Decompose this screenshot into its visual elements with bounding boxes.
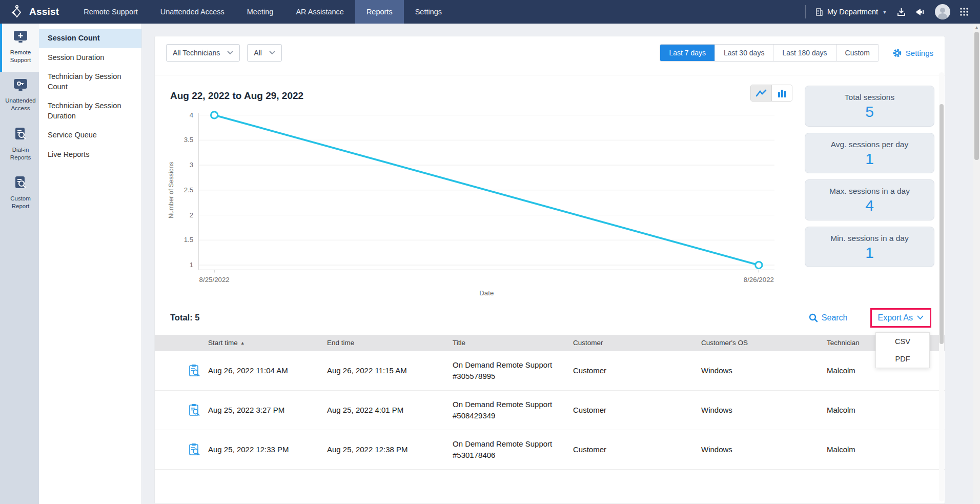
bar-chart-toggle-button[interactable] bbox=[771, 85, 792, 101]
stat-label: Total sessions bbox=[809, 93, 930, 102]
department-label: My Department bbox=[827, 8, 878, 16]
download-icon[interactable] bbox=[896, 7, 906, 17]
svg-text:Date: Date bbox=[479, 289, 494, 297]
rail-custom-report[interactable]: Custom Report bbox=[0, 169, 39, 218]
apps-grid-icon[interactable] bbox=[959, 7, 969, 16]
remote-support-icon bbox=[12, 30, 29, 44]
scope-filter-select[interactable]: All bbox=[247, 44, 282, 62]
main-content: All Technicians All Last 7 days Last 30 … bbox=[142, 24, 980, 504]
sidebar-item-live-reports[interactable]: Live Reports bbox=[39, 145, 141, 165]
stat-label: Avg. sessions per day bbox=[809, 140, 930, 149]
svg-text:1.5: 1.5 bbox=[184, 236, 194, 244]
table-total: Total: 5 bbox=[170, 313, 199, 322]
cell-start-time: Aug 25, 2022 3:27 PM bbox=[208, 405, 327, 416]
nav-reports[interactable]: Reports bbox=[355, 0, 404, 24]
user-avatar[interactable] bbox=[935, 4, 950, 19]
rail-label: Custom Report bbox=[4, 195, 37, 210]
chevron-down-icon bbox=[917, 315, 924, 320]
scroll-up-arrow-icon[interactable]: ▲ bbox=[973, 24, 980, 30]
table-header-row: Start time▲ End time Title Customer Cust… bbox=[155, 335, 945, 351]
line-chart-toggle-button[interactable] bbox=[751, 85, 771, 101]
topnav-divider bbox=[805, 5, 806, 18]
nav-meeting[interactable]: Meeting bbox=[236, 0, 285, 24]
session-report-icon bbox=[189, 443, 201, 456]
sidebar-item-session-count[interactable]: Session Count bbox=[39, 29, 141, 48]
rail-dial-in-reports[interactable]: Dial-in Reports bbox=[0, 120, 39, 169]
svg-text:1: 1 bbox=[190, 261, 193, 269]
cell-title: On Demand Remote Support #530178406 bbox=[453, 438, 573, 461]
table-search-button[interactable]: Search bbox=[809, 313, 848, 322]
panel-scrollbar[interactable] bbox=[939, 72, 944, 501]
svg-text:2.5: 2.5 bbox=[184, 186, 194, 194]
custom-report-icon bbox=[13, 175, 28, 190]
nav-settings[interactable]: Settings bbox=[404, 0, 453, 24]
svg-text:3: 3 bbox=[190, 161, 193, 169]
cell-technician: Malcolm bbox=[827, 405, 945, 416]
cell-customer: Customer bbox=[573, 405, 701, 416]
reports-sidebar: Session Count Session Duration Technicia… bbox=[39, 24, 142, 504]
stat-value: 1 bbox=[809, 150, 930, 168]
cell-title: On Demand Remote Support #508429349 bbox=[453, 399, 573, 421]
nav-unattended-access[interactable]: Unattended Access bbox=[149, 0, 236, 24]
stat-label: Max. sessions in a day bbox=[809, 187, 930, 196]
cell-start-time: Aug 26, 2022 11:04 AM bbox=[208, 365, 327, 376]
column-end-time[interactable]: End time bbox=[327, 339, 453, 347]
export-option-csv[interactable]: CSV bbox=[876, 333, 929, 350]
chevron-down-icon bbox=[227, 51, 233, 55]
session-count-chart: 11.522.533.548/25/20228/26/2022Number of… bbox=[166, 106, 795, 299]
report-settings-button[interactable]: Settings bbox=[892, 48, 933, 58]
dial-in-reports-icon bbox=[13, 127, 28, 141]
announcements-icon[interactable] bbox=[915, 7, 926, 17]
nav-remote-support[interactable]: Remote Support bbox=[72, 0, 149, 24]
range-last-30-days[interactable]: Last 30 days bbox=[715, 45, 773, 61]
nav-ar-assistance[interactable]: AR Assistance bbox=[284, 0, 355, 24]
column-start-time[interactable]: Start time▲ bbox=[208, 339, 327, 347]
range-custom[interactable]: Custom bbox=[836, 45, 879, 61]
cell-end-time: Aug 26, 2022 11:15 AM bbox=[327, 365, 453, 376]
export-as-button-highlighted[interactable]: Export As bbox=[870, 308, 931, 328]
sidebar-item-session-duration[interactable]: Session Duration bbox=[39, 48, 141, 68]
department-selector[interactable]: My Department ▼ bbox=[815, 8, 887, 16]
technician-filter-select[interactable]: All Technicians bbox=[166, 44, 240, 62]
range-last-180-days[interactable]: Last 180 days bbox=[773, 45, 836, 61]
sort-ascending-icon: ▲ bbox=[240, 340, 245, 346]
page-scrollbar-thumb[interactable] bbox=[974, 32, 979, 160]
search-icon bbox=[809, 313, 818, 322]
cell-title: On Demand Remote Support #305578995 bbox=[453, 359, 573, 382]
table-row[interactable]: Aug 25, 2022 3:27 PM Aug 25, 2022 4:01 P… bbox=[155, 391, 945, 430]
table-row[interactable]: Aug 26, 2022 11:04 AM Aug 26, 2022 11:15… bbox=[155, 351, 945, 391]
stat-total-sessions: Total sessions 5 bbox=[805, 86, 934, 127]
export-option-pdf[interactable]: PDF bbox=[876, 350, 929, 368]
stat-max-sessions-in-a-day: Max. sessions in a day 4 bbox=[805, 179, 934, 220]
stat-value: 4 bbox=[809, 197, 930, 215]
app-brand[interactable]: Assist bbox=[0, 0, 72, 24]
chart-date-range-title: Aug 22, 2022 to Aug 29, 2022 bbox=[166, 90, 303, 102]
column-title[interactable]: Title bbox=[453, 339, 573, 347]
cell-start-time: Aug 25, 2022 12:33 PM bbox=[208, 444, 327, 455]
sidebar-item-technician-by-session-count[interactable]: Technician by Session Count bbox=[39, 67, 141, 96]
table-row[interactable]: Aug 25, 2022 12:33 PM Aug 25, 2022 12:38… bbox=[155, 430, 945, 470]
rail-remote-support[interactable]: Remote Support bbox=[0, 24, 39, 72]
stat-min-sessions-in-a-day: Min. sessions in a day 1 bbox=[805, 227, 934, 268]
top-navbar: Assist Remote Support Unattended Access … bbox=[0, 0, 980, 24]
export-dropdown-menu: CSV PDF bbox=[875, 332, 930, 368]
chevron-down-icon: ▼ bbox=[882, 9, 887, 15]
sidebar-item-service-queue[interactable]: Service Queue bbox=[39, 126, 141, 145]
cell-customers-os: Windows bbox=[701, 365, 827, 376]
svg-text:8/26/2022: 8/26/2022 bbox=[744, 276, 774, 284]
column-customer[interactable]: Customer bbox=[573, 339, 701, 347]
table-total-value: 5 bbox=[195, 313, 199, 322]
sidebar-item-technician-by-session-duration[interactable]: Technician by Session Duration bbox=[39, 96, 141, 126]
cell-technician: Malcolm bbox=[827, 444, 945, 455]
svg-text:4: 4 bbox=[190, 111, 193, 119]
column-customers-os[interactable]: Customer's OS bbox=[701, 339, 827, 347]
rail-label: Remote Support bbox=[4, 49, 37, 64]
panel-scrollbar-thumb[interactable] bbox=[940, 104, 944, 344]
rail-unattended-access[interactable]: Unattended Access bbox=[0, 72, 39, 120]
top-nav-items: Remote Support Unattended Access Meeting… bbox=[72, 0, 453, 24]
scope-filter-value: All bbox=[254, 49, 262, 57]
svg-text:3.5: 3.5 bbox=[184, 136, 194, 144]
summary-stats: Total sessions 5 Avg. sessions per day 1… bbox=[805, 85, 934, 299]
page-scrollbar[interactable]: ▲ bbox=[973, 24, 980, 504]
range-last-7-days[interactable]: Last 7 days bbox=[660, 45, 715, 61]
